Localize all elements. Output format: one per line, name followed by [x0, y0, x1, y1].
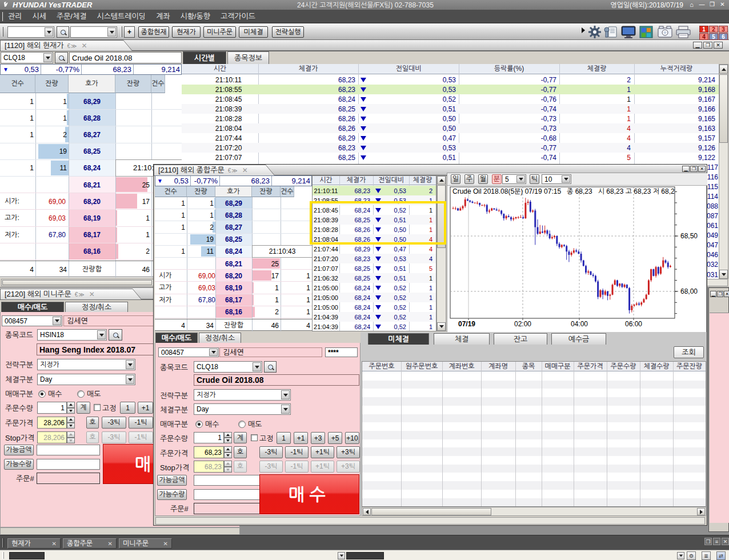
- quote-ts-scrollbar[interactable]: [719, 64, 728, 279]
- screen-button-1[interactable]: 1: [699, 26, 708, 33]
- chart-period-month[interactable]: 월: [478, 174, 488, 184]
- add-button[interactable]: +: [124, 26, 135, 38]
- dropdown-arrow-icon[interactable]: [126, 375, 134, 384]
- scrollbar-thumb[interactable]: [371, 508, 491, 515]
- monitor-icon[interactable]: [620, 25, 636, 41]
- mdi-close-button[interactable]: ✕: [714, 42, 723, 49]
- dropdown-arrow-icon[interactable]: [253, 362, 261, 371]
- ts-row[interactable]: 21:05:0068,240,521: [313, 293, 436, 302]
- mini-fixed-checkbox[interactable]: [94, 404, 101, 411]
- scrollbar-button[interactable]: [363, 508, 371, 515]
- chart-minute-combo[interactable]: 5: [502, 174, 526, 184]
- order-price-spinner[interactable]: [224, 446, 232, 458]
- close-button[interactable]: ✕: [718, 1, 727, 9]
- order-price-input[interactable]: 68,23: [194, 446, 224, 458]
- ts-row[interactable]: 21:07:2068,230,534: [313, 254, 436, 263]
- screen-button-2[interactable]: 2: [709, 26, 718, 33]
- mini-sum-button[interactable]: 계: [77, 402, 90, 414]
- order-qty-input[interactable]: 1: [194, 432, 224, 443]
- mini-avail-amount-button[interactable]: 가능금액: [4, 445, 34, 455]
- scrollbar-thumb[interactable]: [2, 280, 152, 285]
- quote-symbol-combo[interactable]: CLQ18: [1, 52, 53, 63]
- screen-button-6[interactable]: 6: [719, 33, 728, 40]
- ts-row[interactable]: 21:08:5568,230,53-0,7719,168: [182, 85, 719, 94]
- mdi-minimize-button[interactable]: ▁: [693, 42, 702, 49]
- bg-restore-button[interactable]: ❐: [717, 291, 723, 297]
- mini-account-combo[interactable]: 008457: [2, 315, 62, 326]
- order-qty-buttons-1[interactable]: 1: [277, 432, 291, 444]
- screen-button-3[interactable]: 3: [719, 26, 728, 33]
- ts-row[interactable]: 21:10:1168,230,53-0,7729,214: [182, 75, 719, 85]
- order-stop-input[interactable]: 68,23: [194, 461, 224, 473]
- mini-buy-radio[interactable]: [38, 390, 46, 398]
- menu-2[interactable]: 주문/체결: [57, 10, 87, 23]
- dropdown-arrow-icon[interactable]: [562, 175, 570, 183]
- mini-tick-buttons--3틱[interactable]: -3틱: [102, 417, 126, 429]
- chart-period-minute[interactable]: 분: [492, 174, 502, 184]
- search-button[interactable]: [57, 26, 69, 38]
- status-dropdown2-icon[interactable]: [677, 552, 684, 559]
- mini-price-spinner[interactable]: [67, 417, 75, 429]
- status-dropdown-icon[interactable]: [338, 552, 345, 559]
- order-tif-combo[interactable]: Day: [194, 403, 291, 415]
- capture-camera-icon[interactable]: [657, 25, 673, 41]
- dropdown-arrow-icon[interactable]: [45, 27, 53, 37]
- mini-qty-buttons-+1[interactable]: +1: [138, 402, 153, 414]
- chart-tick-button[interactable]: 틱: [530, 174, 539, 184]
- ts-row[interactable]: 21:10:1168,230,532: [313, 186, 436, 195]
- order-tick-buttons--3틱[interactable]: -3틱: [259, 446, 283, 458]
- order-tick-buttons-+1틱[interactable]: +1틱: [311, 446, 334, 458]
- order-symbol-search-button[interactable]: [264, 361, 277, 373]
- order-avail-amount-button[interactable]: 가능금액: [157, 475, 187, 486]
- mini-symbol-search-button[interactable]: [109, 329, 122, 341]
- mini-sell-radio[interactable]: [77, 390, 85, 398]
- order-h-scrollbar[interactable]: [155, 517, 705, 525]
- order-fixed-checkbox[interactable]: [251, 434, 258, 441]
- mini-qty-buttons-1[interactable]: 1: [120, 402, 135, 414]
- ask-row[interactable]: 1168,29: [155, 197, 312, 209]
- ask-row[interactable]: 1268,27: [0, 126, 182, 143]
- order-qty-buttons-+5[interactable]: +5: [328, 432, 342, 444]
- ts-row[interactable]: 21:08:3968,250,51-0,7419,166: [182, 104, 719, 114]
- order-restore-button[interactable]: ❐: [690, 166, 698, 172]
- order-qty-buttons-+10[interactable]: +10: [345, 432, 359, 444]
- quote-search-button[interactable]: [55, 52, 68, 63]
- order-password-field[interactable]: ****: [325, 347, 358, 357]
- home-icon[interactable]: ⌂: [687, 1, 696, 9]
- dropdown-arrow-icon[interactable]: [281, 390, 290, 399]
- order-bottom-tab-0[interactable]: 미체결: [368, 333, 429, 345]
- order-qty-buttons-+3[interactable]: +3: [311, 432, 325, 444]
- quote-window-tab[interactable]: [1120] 해외 현재가€≫✕: [0, 40, 133, 51]
- scrollbar-thumb[interactable]: [719, 74, 728, 143]
- settings-gear-icon[interactable]: [587, 25, 602, 41]
- order-tab-close-icon[interactable]: ✕: [242, 166, 248, 174]
- ask-row[interactable]: 1268,27: [155, 221, 312, 233]
- bid-row[interactable]: 68,1621: [155, 306, 312, 318]
- toolbar-button-1[interactable]: 현재가: [172, 26, 201, 38]
- dropdown-arrow-icon[interactable]: [43, 53, 52, 62]
- expand-arrow-icon[interactable]: [580, 25, 586, 37]
- order-bottom-tab-3[interactable]: 예수금: [551, 333, 606, 345]
- menu-4[interactable]: 계좌: [156, 10, 170, 23]
- mini-qty-spinner[interactable]: [67, 402, 75, 414]
- ts-row[interactable]: 21:08:4568,240,52-0,7619,167: [182, 94, 719, 104]
- dropdown-arrow-icon[interactable]: [516, 175, 525, 183]
- order-sell-radio[interactable]: [238, 421, 246, 428]
- mini-avail-qty-button[interactable]: 가능수량: [4, 459, 34, 470]
- order-bottom-tab-1[interactable]: 체결: [434, 333, 490, 345]
- order-close-button[interactable]: ✕: [698, 166, 706, 172]
- quote-tab-close-icon[interactable]: ✕: [82, 42, 87, 50]
- mini-symbol-combo[interactable]: HSIN18: [37, 329, 107, 341]
- tab-symbol-info[interactable]: 종목정보: [227, 51, 269, 64]
- ts-row[interactable]: 21:05:0068,240,521: [313, 283, 436, 293]
- order-avail-qty-button[interactable]: 가능수량: [157, 489, 187, 500]
- ts-row[interactable]: 21:08:2868,260,50-0,7319,165: [182, 114, 719, 123]
- bid-row[interactable]: 68,2125: [155, 258, 312, 270]
- order-quote-button[interactable]: 호: [234, 446, 247, 458]
- scrollbar-button[interactable]: [719, 65, 728, 74]
- order-bottom-tab-2[interactable]: 잔고: [494, 333, 547, 345]
- ask-row[interactable]: 1968,25: [155, 234, 312, 246]
- order-qty-spinner[interactable]: [224, 432, 232, 443]
- pending-h-scrollbar[interactable]: [362, 507, 706, 516]
- statusbar-grip[interactable]: [2, 552, 4, 559]
